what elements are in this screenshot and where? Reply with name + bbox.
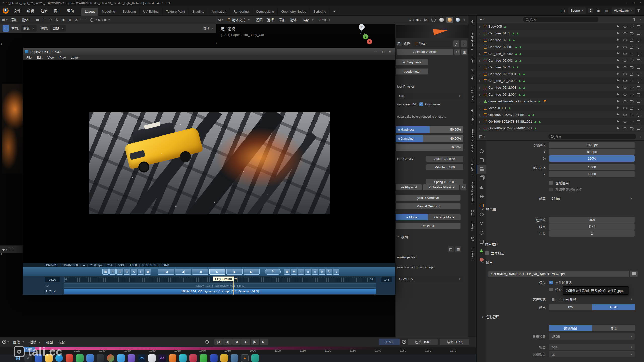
- taskbar-icon-app-green[interactable]: [76, 354, 84, 362]
- render-toggle-icon[interactable]: [630, 38, 634, 42]
- pdplayer-viewer[interactable]: [23, 60, 395, 263]
- taskbar-icon-app-dark[interactable]: [97, 354, 104, 362]
- gizmo-z-axis[interactable]: Z: [359, 24, 365, 30]
- xray-toggle-icon[interactable]: ▨: [423, 17, 429, 23]
- taskbar-icon-blender[interactable]: ●: [241, 354, 249, 362]
- frame-end-field[interactable]: 结束1144: [440, 339, 469, 345]
- output-path-field[interactable]: //..\Preview_Layout\1001-1144_V8_Dynamic…: [488, 271, 629, 277]
- menu-文件[interactable]: 文件: [11, 7, 24, 14]
- color-bw-button[interactable]: BW: [549, 304, 592, 310]
- render-toggle-icon[interactable]: [630, 25, 634, 28]
- expand-icon[interactable]: ›: [479, 93, 482, 97]
- sidebar-tab-fluent[interactable]: Fluent: [471, 220, 474, 232]
- properties-search-input[interactable]: 搜索: [548, 134, 636, 139]
- annotate-tool-icon[interactable]: ∠: [74, 17, 80, 23]
- open-folder-button[interactable]: [630, 271, 638, 277]
- select-toggle-icon[interactable]: [616, 120, 620, 123]
- editor-type-icon[interactable]: ▤∨: [479, 133, 486, 140]
- timeline-ruler[interactable]: 1010102010301040105010601070108010901100…: [0, 347, 476, 354]
- timeline-jump-start-button[interactable]: |◀: [214, 339, 223, 345]
- region-expand-icon[interactable]: ‹: [1, 41, 2, 47]
- output-section[interactable]: ∨输出: [482, 260, 493, 265]
- select-toggle-icon[interactable]: [616, 86, 620, 89]
- show-gizmo-icon[interactable]: ⊕∨: [408, 17, 414, 23]
- sidebar-tab-easy-hdri[interactable]: Easy HDRI: [471, 85, 474, 104]
- viewport-toggle-icon[interactable]: [637, 86, 640, 89]
- snap-magnet-icon[interactable]: ∪∨: [98, 17, 104, 23]
- animate-vehicle-button[interactable]: Animate Vehicle!: [397, 49, 453, 55]
- border-render-checkbox[interactable]: [549, 181, 553, 185]
- crop-checkbox[interactable]: [549, 188, 553, 191]
- editor-type-icon[interactable]: ∨: [2, 339, 9, 345]
- user-path-field[interactable]: 物体: [412, 40, 452, 47]
- color-management-section[interactable]: ∨色彩管理: [482, 314, 499, 319]
- outliner-row[interactable]: ›Car_free_02: [477, 37, 644, 43]
- frame-range-section[interactable]: ∨帧范围: [482, 207, 496, 211]
- pdplayer-tool-button-2[interactable]: □: [298, 269, 304, 275]
- viewport-toggle-icon[interactable]: [637, 25, 640, 28]
- render-toggle-icon[interactable]: [630, 127, 634, 130]
- gizmo-y-axis[interactable]: Y: [363, 34, 368, 39]
- workspace-tab-shading[interactable]: Shading: [189, 8, 208, 16]
- taskbar-icon-wechat[interactable]: [200, 354, 207, 362]
- render-toggle-icon[interactable]: [630, 100, 634, 103]
- drive-mode-button[interactable]: e Mode: [396, 214, 428, 220]
- frame-start-field[interactable]: 1001: [549, 217, 635, 223]
- timeline-menu-标记[interactable]: 标记: [56, 338, 68, 345]
- proportional-edit-icon[interactable]: ◎∨: [104, 17, 110, 23]
- taskbar-icon-after-effects[interactable]: Ae: [158, 354, 166, 362]
- sidebar-tab-fracture[interactable]: FRACTURE: [471, 157, 474, 176]
- camera-dropdown[interactable]: CAMERA∨: [397, 276, 463, 282]
- sidebar-tab-pivot-transform[interactable]: Pivot Transform: [471, 128, 474, 153]
- editor-type-icon[interactable]: ≡∨: [479, 16, 485, 22]
- select-toggle-icon[interactable]: [616, 93, 620, 96]
- pdplayer-menu-view[interactable]: View: [45, 55, 57, 60]
- reset-all-button[interactable]: Reset all!: [396, 223, 461, 229]
- menu-视图[interactable]: 视图: [254, 16, 265, 23]
- expand-icon[interactable]: ›: [479, 59, 482, 63]
- viewport-toggle-icon[interactable]: [637, 113, 640, 117]
- hide-toggle-icon[interactable]: [623, 59, 627, 62]
- hide-toggle-icon[interactable]: [623, 72, 627, 76]
- view-transform-dropdown[interactable]: AgX∨: [549, 344, 635, 350]
- workspace-tab-sculpting[interactable]: Sculpting: [119, 8, 140, 16]
- pdplayer-channel-g-button[interactable]: G: [116, 269, 123, 275]
- gizmo-x-axis[interactable]: X: [367, 39, 372, 44]
- outliner-row[interactable]: ›Obj3d66-8952478-34-881.002: [477, 125, 644, 132]
- workspace-tab-scripting[interactable]: Scripting: [310, 8, 330, 16]
- sidebar-tab-flip-fluids[interactable]: Flip Fluids: [471, 107, 474, 124]
- workspace-tab-modeling[interactable]: Modeling: [98, 8, 119, 16]
- outliner-row[interactable]: ›Car_free_02_2.004: [477, 91, 644, 98]
- sidebar-tab-mat-list[interactable]: Mat List: [471, 68, 474, 82]
- stereoscopy-section[interactable]: ›立体视法: [482, 251, 504, 255]
- physics-overdrive-button[interactable]: ysics Overdrive: [396, 195, 461, 201]
- timeline-play-reverse-button[interactable]: ◀: [232, 339, 241, 345]
- properties-tab-scene[interactable]: [477, 183, 486, 192]
- menu-添加[interactable]: 添加: [8, 16, 20, 23]
- select-toggle-icon[interactable]: [616, 79, 620, 83]
- expand-icon[interactable]: ›: [479, 52, 482, 56]
- customize-checkbox[interactable]: ✓: [419, 102, 423, 106]
- hide-toggle-icon[interactable]: [623, 127, 627, 130]
- expand-icon[interactable]: ›: [479, 31, 482, 35]
- properties-tab-view-layer[interactable]: [477, 174, 486, 183]
- expand-icon[interactable]: ›: [479, 120, 482, 124]
- viewport-toggle-icon[interactable]: [637, 59, 640, 62]
- override-button[interactable]: 覆盖: [592, 325, 635, 331]
- drag-dropdown[interactable]: 调整∨: [50, 25, 66, 32]
- viewlayer-selector[interactable]: ViewLayer×: [612, 7, 635, 14]
- speedometer-button[interactable]: peedometer: [396, 68, 428, 75]
- sidebar-tab-liveryhelper[interactable]: LiveryHelper: [471, 30, 474, 51]
- taskbar-icon-app-orange[interactable]: [169, 354, 176, 362]
- timeline-prev-keyframe-button[interactable]: ◀|: [223, 339, 232, 345]
- sidebar-tab-stamp-it[interactable]: Stamp It: [471, 247, 474, 262]
- layer-visibility-icon[interactable]: [49, 290, 52, 293]
- pdplayer-channel-b-button[interactable]: B: [124, 269, 130, 275]
- hide-toggle-icon[interactable]: [623, 25, 627, 28]
- expand-icon[interactable]: ›: [479, 25, 482, 29]
- pdplayer-fps-field[interactable]: 25.00: [45, 277, 60, 282]
- color-rgb-button[interactable]: RGB: [592, 304, 635, 310]
- resolution-scale-slider[interactable]: 100%: [549, 155, 635, 162]
- measure-tool-icon[interactable]: —: [80, 17, 86, 23]
- menu-选择[interactable]: 选择: [265, 16, 276, 23]
